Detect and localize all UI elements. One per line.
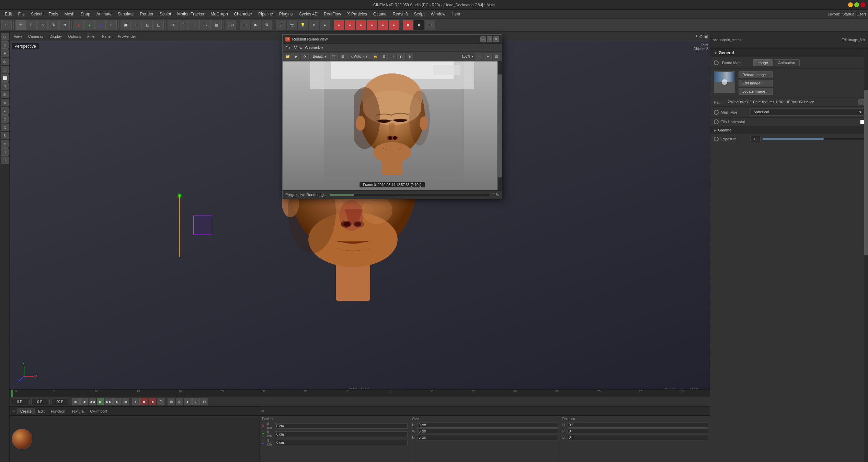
render-tb-grid[interactable]: ⊞ bbox=[380, 53, 388, 60]
rot-b-input[interactable]: 0 ° bbox=[568, 435, 708, 440]
anim-next-frame[interactable]: ▶ bbox=[113, 398, 121, 405]
render-tb-contrast[interactable]: ◐ bbox=[397, 53, 405, 60]
menu-sculpt[interactable]: Sculpt bbox=[157, 11, 174, 17]
menu-render[interactable]: Render bbox=[137, 11, 156, 17]
dome-map-radio[interactable] bbox=[714, 60, 719, 65]
render-maximize[interactable]: □ bbox=[487, 36, 492, 42]
vp-ctrl-settings[interactable]: ⚙ bbox=[699, 34, 703, 39]
left-tool-10[interactable]: ⬥ bbox=[1, 107, 9, 115]
tool-field[interactable]: ▦ bbox=[212, 20, 222, 30]
pos-y-input[interactable]: 0 cm bbox=[275, 431, 408, 437]
vp-ctrl-close[interactable]: ▣ bbox=[704, 34, 708, 39]
left-tool-7[interactable]: ⊓ bbox=[1, 82, 9, 90]
render-tb-lock[interactable]: 🔒 bbox=[372, 53, 379, 60]
pos-x-input[interactable]: 0 cm bbox=[275, 423, 408, 429]
menu-select[interactable]: Select bbox=[28, 11, 45, 17]
menu-plugins[interactable]: Plugins bbox=[276, 11, 295, 17]
left-tool-9[interactable]: ⌀ bbox=[1, 99, 9, 106]
menu-character[interactable]: Character bbox=[231, 11, 255, 17]
menu-snap[interactable]: Snap bbox=[78, 11, 93, 17]
anim-prev-frame[interactable]: ◀ bbox=[80, 398, 88, 405]
menu-simulate[interactable]: Simulate bbox=[115, 11, 137, 17]
tool-f3[interactable]: ▤ bbox=[142, 20, 153, 30]
tool-x[interactable]: X bbox=[73, 20, 84, 30]
tool-spline[interactable]: ∿ bbox=[201, 20, 211, 30]
tab-image[interactable]: Image bbox=[753, 59, 773, 66]
left-tool-sculpt[interactable]: ☽ bbox=[1, 148, 9, 156]
vp-tab-prorender[interactable]: ProRender bbox=[116, 34, 138, 39]
anim-more1[interactable]: ◐ bbox=[184, 398, 192, 405]
tool-red2[interactable]: ● bbox=[345, 20, 355, 30]
menu-mograph[interactable]: MoGraph bbox=[208, 11, 231, 17]
render-auto-dropdown[interactable]: ◁ Auto ▷ ▾ bbox=[347, 54, 370, 59]
tool-f1[interactable]: ▣ bbox=[121, 20, 131, 30]
frame-current-input[interactable]: 0 F bbox=[31, 398, 48, 405]
tool-add-obj[interactable]: ⊕ bbox=[276, 20, 286, 30]
exposure-value[interactable]: 0 bbox=[750, 136, 761, 142]
render-tb-stop[interactable]: ⟳ bbox=[301, 53, 309, 60]
mat-tab-cvimport[interactable]: CV-Import bbox=[87, 408, 110, 414]
tool-f2[interactable]: ⊟ bbox=[132, 20, 142, 30]
tool-edge[interactable]: ⌇ bbox=[179, 20, 189, 30]
map-type-radio[interactable] bbox=[714, 110, 719, 115]
vp-tab-filter[interactable]: Filter bbox=[85, 34, 98, 39]
flip-h-radio[interactable] bbox=[714, 119, 719, 124]
anim-go-end[interactable]: ⏭ bbox=[122, 398, 129, 405]
left-tool-8[interactable]: ∅ bbox=[1, 91, 9, 98]
exposure-radio[interactable] bbox=[714, 137, 719, 141]
tool-rec[interactable]: ⏺ bbox=[403, 20, 413, 30]
render-menu-file[interactable]: File bbox=[285, 46, 292, 50]
anim-record[interactable]: ⏺ bbox=[140, 398, 148, 405]
render-tb-play[interactable]: ▶ bbox=[293, 53, 300, 60]
tool-null[interactable]: ⊗ bbox=[309, 20, 319, 30]
tool-move[interactable]: ✛ bbox=[15, 20, 26, 30]
mat-tab-create[interactable]: Create bbox=[17, 408, 35, 414]
render-tb-split[interactable]: ⊟ bbox=[339, 53, 346, 60]
tool-panels[interactable]: ⊞ bbox=[425, 20, 435, 30]
minimize-button[interactable]: _ bbox=[848, 2, 853, 7]
render-menu-customize[interactable]: Customize bbox=[305, 46, 323, 50]
tool-z[interactable]: Z bbox=[95, 20, 106, 30]
anim-more3[interactable]: ⊡ bbox=[201, 398, 208, 405]
vp-tab-view[interactable]: View bbox=[12, 34, 24, 39]
tool-cam[interactable]: 📷 bbox=[287, 20, 297, 30]
edit-image-btn[interactable]: Edit Image... bbox=[739, 80, 773, 86]
left-tool-13[interactable]: $ bbox=[1, 132, 9, 139]
exposure-slider-track[interactable] bbox=[763, 138, 865, 140]
render-tb-zoom-in[interactable]: + bbox=[484, 53, 492, 60]
vp-tab-options[interactable]: Options bbox=[66, 34, 83, 39]
tool-render-view[interactable]: ▶ bbox=[251, 20, 261, 30]
tool-circle[interactable]: ○ bbox=[37, 20, 48, 30]
mat-tab-function[interactable]: Function bbox=[48, 408, 68, 414]
menu-octane[interactable]: Octane bbox=[370, 11, 389, 17]
render-close[interactable]: ✕ bbox=[493, 36, 499, 42]
render-tb-zoom-out[interactable]: — bbox=[476, 53, 483, 60]
left-tool-5[interactable]: △ bbox=[1, 66, 9, 73]
tool-red1[interactable]: ● bbox=[334, 20, 344, 30]
mat-tab-edit[interactable]: Edit bbox=[35, 408, 47, 414]
tool-scale[interactable]: ⇔ bbox=[59, 20, 70, 30]
map-type-dropdown[interactable]: Spherical ▾ bbox=[750, 108, 865, 116]
right-panel-scrollbar[interactable] bbox=[864, 49, 868, 462]
menu-xparticles[interactable]: X-Particles bbox=[344, 11, 370, 17]
size-d-input[interactable]: 0 cm bbox=[417, 435, 558, 440]
render-tb-folder[interactable]: 📁 bbox=[284, 53, 292, 60]
menu-animate[interactable]: Animate bbox=[94, 11, 114, 17]
menu-redshift[interactable]: Redshift bbox=[390, 11, 411, 17]
tool-render-region[interactable]: ⊡ bbox=[240, 20, 250, 30]
vp-tab-panel[interactable]: Panel bbox=[100, 34, 114, 39]
right-panel-scroll-thumb[interactable] bbox=[864, 90, 868, 255]
vp-tab-display[interactable]: Display bbox=[47, 34, 64, 39]
anim-snap[interactable]: ⊞ bbox=[168, 398, 175, 405]
menu-mesh[interactable]: Mesh bbox=[61, 11, 77, 17]
menu-window[interactable]: Window bbox=[428, 11, 448, 17]
anim-play-back[interactable]: ◀◀ bbox=[89, 398, 96, 405]
anim-play-fwd[interactable]: ▶ bbox=[97, 398, 104, 405]
close-button[interactable]: ✕ bbox=[860, 2, 865, 7]
anim-play-fwd2[interactable]: ▶▶ bbox=[105, 398, 113, 405]
left-tool-6[interactable]: ⬜ bbox=[1, 74, 9, 82]
render-scroll-thumb[interactable] bbox=[498, 74, 502, 177]
menu-realflow[interactable]: RealFlow bbox=[321, 11, 344, 17]
maximize-button[interactable]: □ bbox=[854, 2, 859, 7]
tool-all[interactable]: ⊞ bbox=[106, 20, 117, 30]
